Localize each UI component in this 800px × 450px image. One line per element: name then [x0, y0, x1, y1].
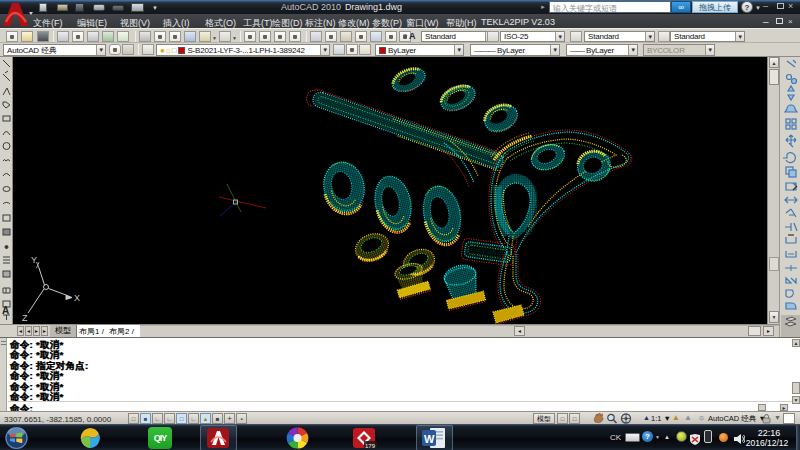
svg-text:A: A — [2, 305, 9, 316]
svg-text:W: W — [424, 433, 435, 445]
svg-text:Y: Y — [31, 255, 37, 265]
svg-text:Z: Z — [22, 313, 28, 323]
svg-text:X: X — [74, 293, 80, 303]
svg-text:179: 179 — [365, 443, 376, 449]
